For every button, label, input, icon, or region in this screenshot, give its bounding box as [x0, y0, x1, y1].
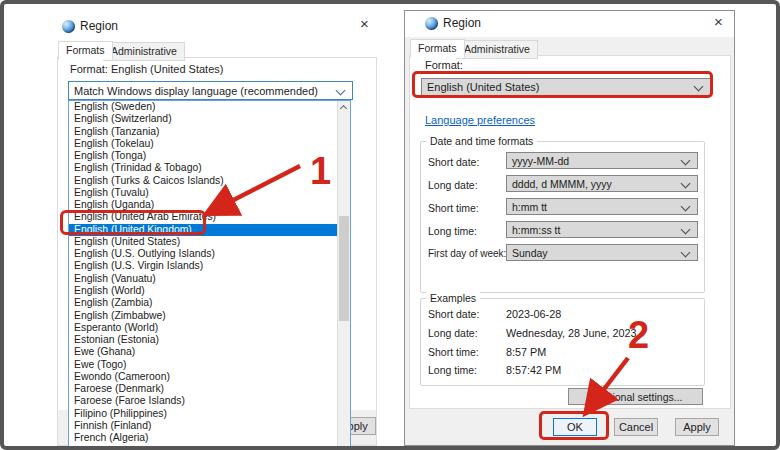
- long-date-dropdown[interactable]: dddd, d MMMM, yyyy: [506, 175, 698, 192]
- list-item[interactable]: English (United States): [69, 236, 337, 248]
- row-label: Long date:: [428, 179, 478, 191]
- language-preferences-link[interactable]: Language preferences: [425, 114, 535, 126]
- globe-icon: [425, 17, 438, 30]
- row-label: First day of week:: [428, 248, 506, 259]
- list-item[interactable]: English (Zambia): [69, 297, 337, 309]
- list-item[interactable]: English (U.S. Virgin Islands): [69, 260, 337, 272]
- first-day-value: Sunday: [512, 247, 548, 259]
- list-item[interactable]: English (Sweden): [69, 101, 337, 113]
- close-button[interactable]: ×: [714, 15, 723, 29]
- chevron-down-icon: [681, 248, 691, 258]
- short-time-value: h:mm tt: [512, 201, 547, 213]
- format-dropdown[interactable]: Match Windows display language (recommen…: [68, 81, 353, 100]
- format-list-rows: English (Sweden)English (Switzerland)Eng…: [69, 101, 350, 444]
- example-label: Short time:: [428, 346, 479, 358]
- chevron-down-icon: [336, 86, 346, 96]
- tab-administrative[interactable]: Administrative: [456, 40, 538, 59]
- format-dropdown-value: Match Windows display language (recommen…: [74, 85, 318, 97]
- close-button[interactable]: ×: [360, 17, 369, 31]
- scroll-up-button[interactable]: [338, 101, 350, 114]
- list-item[interactable]: English (U.S. Outlying Islands): [69, 248, 337, 260]
- example-label: Short date:: [428, 308, 479, 320]
- first-day-dropdown[interactable]: Sunday: [506, 244, 698, 261]
- cancel-button[interactable]: Cancel: [614, 418, 658, 436]
- list-item[interactable]: English (Trinidad & Tobago): [69, 162, 337, 174]
- list-item[interactable]: Ewe (Ghana): [69, 346, 337, 358]
- list-item[interactable]: Ewe (Togo): [69, 359, 337, 371]
- list-item[interactable]: English (Tanzania): [69, 126, 337, 138]
- examples-group-title: Examples: [426, 292, 480, 304]
- apply-button[interactable]: Apply: [675, 418, 719, 436]
- list-item[interactable]: English (United Arab Emirates): [69, 211, 337, 223]
- step-2-number: 2: [628, 314, 649, 357]
- short-date-dropdown[interactable]: yyyy-MM-dd: [506, 152, 698, 169]
- list-item[interactable]: English (United Kingdom): [69, 224, 337, 236]
- tab-formats[interactable]: Formats: [58, 41, 113, 60]
- list-item[interactable]: Filipino (Philippines): [69, 408, 337, 420]
- list-item[interactable]: Finnish (Finland): [69, 420, 337, 432]
- globe-icon: [62, 20, 75, 33]
- chevron-down-icon: [681, 179, 691, 189]
- additional-settings-button[interactable]: Additional settings...: [568, 388, 703, 405]
- list-item[interactable]: English (Vanuatu): [69, 273, 337, 285]
- long-time-value: h:mm:ss tt: [512, 224, 560, 236]
- short-date-value: yyyy-MM-dd: [512, 155, 569, 167]
- tab-formats[interactable]: Formats: [410, 39, 465, 58]
- short-time-dropdown[interactable]: h:mm tt: [506, 198, 698, 215]
- list-item[interactable]: Ewondo (Cameroon): [69, 371, 337, 383]
- chevron-down-icon: [681, 225, 691, 235]
- example-label: Long time:: [428, 364, 477, 376]
- list-item[interactable]: English (World): [69, 285, 337, 297]
- chevron-down-icon: [694, 82, 704, 92]
- long-date-value: dddd, d MMMM, yyyy: [512, 178, 612, 190]
- format-dropdown[interactable]: English (United States): [421, 78, 711, 96]
- example-value: 2023-06-28: [506, 308, 561, 320]
- format-dropdown-value: English (United States): [427, 81, 540, 93]
- dialog-title: Region: [80, 19, 118, 33]
- list-item[interactable]: English (Tuvalu): [69, 187, 337, 199]
- close-icon: ×: [360, 15, 369, 32]
- format-list: English (Sweden)English (Switzerland)Eng…: [68, 100, 351, 450]
- row-label: Long time:: [428, 225, 477, 237]
- row-label: Short time:: [428, 202, 479, 214]
- ok-button[interactable]: OK: [553, 418, 597, 436]
- list-scrollbar[interactable]: [337, 101, 350, 450]
- screenshot-root: Region × Formats Administrative Apply Fo…: [0, 0, 780, 450]
- list-item[interactable]: English (Tokelau): [69, 138, 337, 150]
- format-label: Format:: [425, 59, 463, 71]
- list-item[interactable]: Faroese (Denmark): [69, 383, 337, 395]
- list-item[interactable]: Faroese (Faroe Islands): [69, 395, 337, 407]
- list-item[interactable]: Esperanto (World): [69, 322, 337, 334]
- datetime-group-title: Date and time formats: [426, 135, 537, 147]
- dialog-title: Region: [443, 16, 481, 30]
- example-value: 8:57:42 PM: [506, 364, 561, 376]
- region-dialog-left: Region × Formats Administrative Apply Fo…: [5, 6, 393, 446]
- chevron-down-icon: [681, 202, 691, 212]
- list-item[interactable]: English (Switzerland): [69, 113, 337, 125]
- tab-administrative[interactable]: Administrative: [103, 42, 185, 61]
- row-label: Short date:: [428, 156, 479, 168]
- example-value: 8:57 PM: [506, 346, 546, 358]
- long-time-dropdown[interactable]: h:mm:ss tt: [506, 221, 698, 238]
- format-label: Format: English (United States): [70, 63, 223, 75]
- list-item[interactable]: English (Zimbabwe): [69, 310, 337, 322]
- chevron-up-icon: [340, 105, 347, 112]
- chevron-down-icon: [681, 156, 691, 166]
- example-value: Wednesday, 28 June, 2023: [506, 327, 636, 339]
- example-label: Long date:: [428, 327, 478, 339]
- list-item[interactable]: English (Uganda): [69, 199, 337, 211]
- step-1-number: 1: [310, 150, 331, 193]
- region-dialog-right: Region × Formats Administrative Format: …: [404, 10, 735, 446]
- list-item[interactable]: French (Algeria): [69, 432, 337, 444]
- list-item[interactable]: Estonian (Estonia): [69, 334, 337, 346]
- scroll-thumb[interactable]: [339, 216, 349, 321]
- close-icon: ×: [714, 13, 723, 30]
- list-item[interactable]: English (Turks & Caicos Islands): [69, 175, 337, 187]
- list-item[interactable]: English (Tonga): [69, 150, 337, 162]
